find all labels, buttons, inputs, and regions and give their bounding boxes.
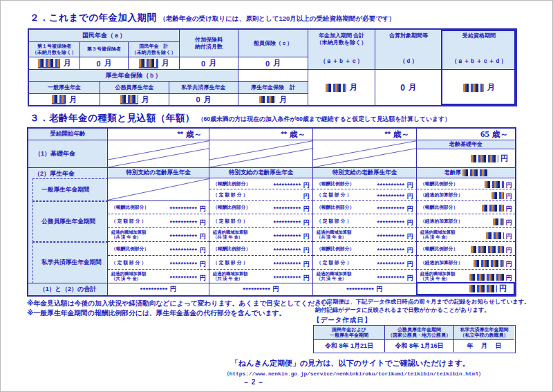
jukyu-formula: （ａ＋ｂ＋ｃ＋ｄ）	[451, 57, 507, 66]
total-label-1: 年金加入期間 合計	[319, 32, 364, 39]
rourei-kousei-partial: 老齢厚	[444, 169, 461, 176]
tokubetsu-header-2: 特別支給の老齢厚生年金	[209, 168, 313, 178]
unit-yen: 円	[200, 260, 207, 268]
col-header-total: 年金加入期間 合計（未納月数を除く） （ａ＋ｂ＋ｃ）	[308, 30, 375, 70]
part-label: （ 定 額 部 分 ）	[213, 192, 247, 198]
row-label-kiso: （1）基礎年金	[28, 140, 108, 168]
amount: 円	[493, 215, 513, 227]
c2-shigaku-shokuiki: 経過的職域加算額（共 済 年 金）**********円	[209, 270, 313, 283]
val-kokumin-kei: 月	[129, 57, 180, 70]
part-label: 経過的職域加算額（共 済 年 金）	[213, 230, 247, 240]
gassan-label: 合算対象期間等	[389, 32, 428, 39]
unit-yen: 円	[407, 246, 414, 254]
amount: 円	[474, 256, 513, 269]
c4-koumuin-shokuiki: 経過的職域加算額（共 済 年 金）円	[417, 228, 515, 242]
tokubetsu-header-1: 特別支給の老齢厚生年金	[108, 168, 209, 178]
unit-month: 月	[279, 95, 287, 105]
amount: **********円	[169, 256, 206, 269]
redacted-value	[471, 155, 498, 162]
unit-yen: 円	[303, 260, 310, 268]
value-zero: 0	[196, 95, 200, 104]
diagonal-lines	[108, 140, 209, 167]
unit-yen: 円	[506, 246, 513, 254]
c2-shigaku-houshuu: （報酬比例部分）**********円	[209, 242, 313, 256]
section2-heading: ２．これまでの年金加入期間（老齢年金の受け取りには、原則として120月以上の受給…	[30, 11, 395, 24]
age-header-1: **歳～	[108, 129, 209, 140]
shokuiki-2: （共 済 年 金）	[213, 235, 247, 240]
amount-blank: 円	[301, 189, 310, 201]
unit-yen: 円	[407, 218, 414, 226]
unit-month: 月	[487, 82, 496, 93]
c2-shigaku-teigaku: （ 定 額 部 分 ）**********円	[209, 256, 313, 270]
val-senin: 0月	[238, 57, 308, 70]
c4-kiso-value: 円	[417, 149, 515, 168]
part-label: 経過的職域加算額（共 済 年 金）	[213, 272, 247, 281]
col-header-jukyu: 受給資格期間 （ａ＋ｂ＋ｃ＋ｄ）	[442, 30, 516, 70]
val-dai1: 月	[29, 57, 80, 70]
c3-koumuin-houshuu: （報酬比例部分）**********円	[313, 201, 417, 214]
shokuiki-2: （共 済 年 金）	[317, 277, 351, 281]
age-suffix: 歳～	[186, 129, 202, 140]
unit-yen: 円	[499, 283, 507, 294]
shokuiki-2: （共 済 年 金）	[317, 235, 351, 240]
amount: **********円	[377, 189, 413, 201]
value-zero: 0	[400, 83, 405, 93]
right-note-1: この定期便は、下記データ作成日時点の前々月までの記録をお知らせしています。	[315, 298, 530, 306]
stars: **********	[377, 205, 404, 212]
c4-ippan-keika: （経過的加算部分）円	[417, 189, 515, 201]
unit-yen: 円	[506, 232, 513, 240]
footer-url: （https://www.nenkin.go.jp/service/nenkin…	[224, 370, 484, 377]
stars: **********	[140, 286, 168, 293]
val-ippan: 月	[29, 94, 100, 105]
c4-koumuin-keika: （経過的加算部分）円	[417, 214, 515, 228]
c4-shigaku-houshuu: （報酬比例部分）円	[417, 242, 515, 256]
unit-yen: 円	[272, 285, 279, 294]
unit-yen: 円	[506, 260, 513, 268]
amount: **********円	[273, 243, 310, 255]
col-header-dai1: 第１号被保険者 （未納月数を除く）	[29, 42, 80, 57]
age-suffix: 歳～	[393, 129, 409, 140]
val-koumuin: 月	[100, 94, 169, 105]
data-date-title: 【データ作成日】	[313, 316, 371, 325]
diagonal-cell	[209, 140, 313, 168]
stars: **********	[169, 247, 197, 254]
unit-yen: 円	[500, 153, 508, 164]
part-label: （ 定 額 部 分 ）	[111, 218, 146, 225]
unit-yen: 円	[407, 232, 414, 240]
section3-heading: ３．老齢年金の種類と見込額（年額）（60歳未満の方は現在の加入条件が60歳まで継…	[30, 111, 451, 124]
c4-total-highlighted: 円	[416, 282, 515, 295]
amount: **********円	[273, 215, 310, 227]
amount: **********円	[169, 243, 206, 255]
part-label: （ 定 額 部 分 ）	[317, 192, 351, 198]
rourei-kousei-band: 老齢厚	[417, 168, 515, 178]
val-jukyu: 月	[442, 70, 516, 105]
unit-yen: 円	[200, 218, 207, 226]
section2-title: ２．これまでの年金加入期間	[30, 12, 157, 23]
diagonal-line	[108, 178, 209, 200]
col-header-gassan: 合算対象期間等 （ｄ）	[375, 30, 442, 70]
redacted-value	[38, 59, 60, 68]
shokuiki-2: （共 済 年 金）	[111, 235, 146, 240]
unit-month: 月	[350, 82, 358, 93]
amount: 円	[469, 270, 513, 283]
part-label: （報酬比例部分）	[213, 204, 250, 211]
part-label: （経過的加算部分）	[420, 192, 462, 198]
val-total: 月	[308, 70, 375, 105]
date-col3-value: 年 月 日	[454, 340, 514, 352]
stars: **********	[169, 261, 197, 268]
kokumin-nenkin-band: 国民年金（ａ）	[29, 30, 180, 42]
c3-shigaku-teigaku: （ 定 額 部 分 ）**********円	[313, 256, 417, 270]
amount: **********円	[377, 229, 413, 241]
amount: 円	[491, 189, 513, 201]
stars: **********	[377, 219, 404, 226]
total-label-2: （未納月数を除く）	[317, 39, 366, 46]
fuka-label-2: 納付済月数	[195, 44, 223, 50]
kousei-nenkin-band: 厚生年金保険（ｂ）	[29, 70, 238, 82]
part-label: 経過的職域加算額（共 済 年 金）	[420, 272, 455, 281]
stars: **********	[377, 274, 404, 281]
c4-ippan-houshuu: （報酬比例部分）円	[417, 178, 515, 189]
age-header-65: 65歳～	[417, 129, 515, 140]
unit-month: 月	[104, 58, 112, 68]
age-stars: **	[177, 130, 183, 138]
redacted-value	[471, 246, 504, 253]
